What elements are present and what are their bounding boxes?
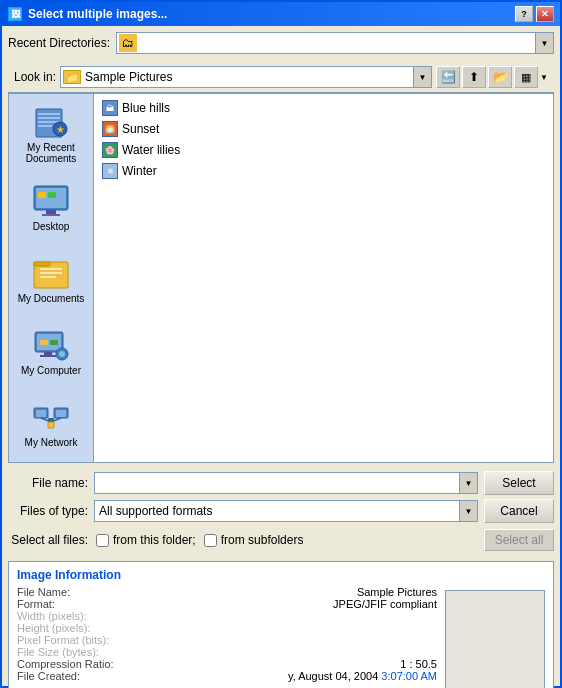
close-button[interactable]: ✕ [536, 6, 554, 22]
main-window: 🖼 Select multiple images... ? ✕ Recent D… [0, 0, 562, 688]
svg-rect-27 [36, 410, 46, 417]
sidebar-item-recent[interactable]: ★ My RecentDocuments [9, 98, 93, 170]
file-item-name: Winter [122, 164, 157, 178]
form-section: File name: ▼ Select Files of type: All s… [8, 467, 554, 557]
view-button[interactable]: ▦ [514, 66, 538, 88]
info-row-created: File Created: y, August 04, 2004 3:07:00… [17, 670, 437, 682]
info-row-format: Format: JPEG/JFIF compliant [17, 598, 437, 610]
from-subfolders-group: from subfolders [204, 533, 304, 547]
title-bar-buttons: ? ✕ [515, 6, 554, 22]
svg-rect-14 [34, 262, 50, 266]
sidebar-item-desktop-label: Desktop [33, 221, 70, 232]
svg-rect-22 [44, 352, 52, 355]
info-row-file-size: File Size (bytes): [17, 646, 437, 658]
look-in-value: Sample Pictures [85, 70, 429, 84]
look-in-dropdown-btn[interactable]: ▼ [413, 67, 431, 87]
window-body: Recent Directories: 🗂 ▼ Look in: 📁 Sampl… [2, 26, 560, 688]
window-icon: 🖼 [8, 7, 22, 21]
files-of-type-value: All supported formats [99, 504, 212, 518]
my-computer-icon [31, 327, 71, 363]
list-item[interactable]: 🏔 Blue hills [98, 98, 549, 118]
files-of-type-row: Files of type: All supported formats ▼ C… [8, 499, 554, 523]
info-row-compression: Compression Ratio: 1 : 50.5 [17, 658, 437, 670]
svg-rect-4 [38, 125, 52, 127]
sidebar-item-network[interactable]: My Network [9, 388, 93, 458]
file-thumbnail-icon: 🏔 [102, 100, 118, 116]
image-info-title: Image Information [17, 568, 545, 582]
file-name-input-wrapper[interactable]: ▼ [94, 472, 478, 494]
from-subfolders-checkbox[interactable] [204, 534, 217, 547]
recent-dirs-dropdown-btn[interactable]: ▼ [535, 33, 553, 53]
svg-rect-11 [38, 192, 46, 198]
files-of-type-select[interactable]: All supported formats ▼ [94, 500, 478, 522]
new-folder-button[interactable]: 📂 [488, 66, 512, 88]
recent-dirs-row: Recent Directories: 🗂 ▼ [8, 32, 554, 54]
chevron-down-icon: ▼ [465, 507, 473, 516]
info-row-height: Height (pixels): [17, 622, 437, 634]
info-value-compression: 1 : 50.5 [137, 658, 437, 670]
look-in-combo[interactable]: 📁 Sample Pictures ▼ [60, 66, 432, 88]
image-info-fields: File Name: Sample Pictures Format: JPEG/… [17, 586, 437, 688]
info-label-height: Height (pixels): [17, 622, 137, 634]
info-label-width: Width (pixels): [17, 610, 137, 622]
back-button[interactable]: 🔙 [436, 66, 460, 88]
view-icon: ▦ [521, 71, 531, 84]
new-folder-icon: 📂 [493, 70, 508, 84]
from-folder-checkbox[interactable] [96, 534, 109, 547]
file-name-dropdown-btn[interactable]: ▼ [459, 473, 477, 493]
file-thumbnail-icon: 🌸 [102, 142, 118, 158]
file-item-name: Water lilies [122, 143, 180, 157]
from-folder-label: from this folder; [113, 533, 196, 547]
recent-docs-icon: ★ [31, 104, 71, 140]
svg-rect-21 [50, 340, 58, 345]
svg-rect-9 [46, 210, 56, 214]
toolbar-buttons: 🔙 ⬆ 📂 ▦ ▼ [436, 66, 548, 88]
info-value-created: y, August 04, 2004 3:07:00 AM [137, 670, 437, 682]
recent-dirs-folder-icon: 🗂 [119, 34, 137, 52]
select-all-label: Select all files: [8, 533, 88, 547]
info-value-format: JPEG/JFIF compliant [137, 598, 437, 610]
list-item[interactable]: ❄ Winter [98, 161, 549, 181]
up-icon: ⬆ [469, 70, 479, 84]
file-name-input[interactable] [99, 476, 473, 490]
list-item[interactable]: 🌸 Water lilies [98, 140, 549, 160]
sidebar-item-computer-label: My Computer [21, 365, 81, 376]
up-button[interactable]: ⬆ [462, 66, 486, 88]
my-documents-icon [31, 255, 71, 291]
sidebar-item-computer[interactable]: My Computer [9, 316, 93, 386]
svg-rect-10 [42, 214, 60, 216]
svg-text:★: ★ [56, 124, 65, 135]
image-preview-box [445, 590, 545, 688]
file-name-row: File name: ▼ Select [8, 471, 554, 495]
info-label-format: Format: [17, 598, 137, 610]
svg-rect-2 [38, 117, 60, 119]
svg-point-25 [59, 351, 65, 357]
sidebar-item-desktop[interactable]: Desktop [9, 172, 93, 242]
sidebar-item-recent-label: My RecentDocuments [26, 142, 77, 164]
info-label-filename: File Name: [17, 586, 137, 598]
info-value-time: 3:07:00 AM [381, 670, 437, 682]
sidebar: ★ My RecentDocuments [9, 94, 94, 462]
files-of-type-dropdown-btn[interactable]: ▼ [459, 501, 477, 521]
svg-rect-1 [38, 113, 60, 115]
recent-dirs-combo[interactable]: 🗂 ▼ [116, 32, 554, 54]
file-name-label: File name: [8, 476, 88, 490]
chevron-down-icon: ▼ [419, 73, 427, 82]
svg-rect-12 [48, 192, 56, 198]
svg-rect-17 [40, 276, 56, 278]
image-info-section: Image Information File Name: Sample Pict… [8, 561, 554, 688]
cancel-button[interactable]: Cancel [484, 499, 554, 523]
info-row-pixel-format: Pixel Format (bits): [17, 634, 437, 646]
file-item-name: Sunset [122, 122, 159, 136]
select-button[interactable]: Select [484, 471, 554, 495]
from-folder-group: from this folder; [96, 533, 196, 547]
my-network-icon [31, 399, 71, 435]
sidebar-item-documents[interactable]: My Documents [9, 244, 93, 314]
look-in-area: Look in: 📁 Sample Pictures ▼ 🔙 ⬆ [8, 62, 554, 93]
list-item[interactable]: 🌅 Sunset [98, 119, 549, 139]
help-button[interactable]: ? [515, 6, 533, 22]
info-label-created: File Created: [17, 670, 137, 682]
sidebar-item-network-label: My Network [25, 437, 78, 448]
back-icon: 🔙 [441, 70, 456, 84]
image-info-bottom: File Name: Sample Pictures Format: JPEG/… [17, 586, 545, 688]
